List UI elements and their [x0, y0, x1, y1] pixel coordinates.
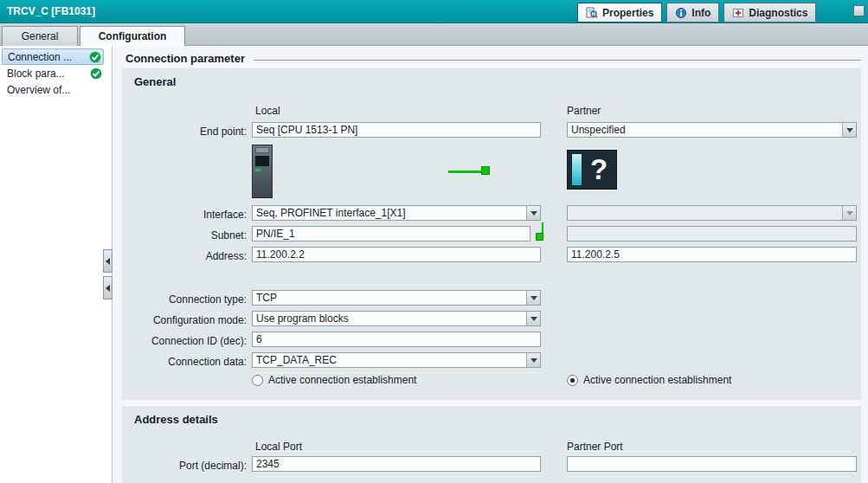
tab-info-label: Info	[691, 7, 710, 19]
unknown-device-question-mark: ?	[582, 151, 616, 188]
window-title: TRCV_C [FB1031]	[7, 5, 95, 17]
address-partner-input[interactable]	[567, 247, 857, 262]
address-local-input[interactable]	[252, 247, 541, 262]
radio-label: Active connection establishment	[268, 374, 416, 386]
tab-diagnostics-label: Diagnostics	[749, 7, 807, 19]
active-connection-local-radio[interactable]: Active connection establishment	[252, 373, 416, 387]
inspector-tab-bar: Properties Info Diagnostics	[577, 3, 816, 23]
radio-label: Active connection establishment	[583, 374, 731, 386]
heading-rule	[254, 60, 861, 61]
end-point-local-input[interactable]	[252, 122, 541, 138]
chevron-down-icon[interactable]	[526, 206, 540, 220]
section-address-details: Address details Local Port Partner Port …	[122, 406, 861, 483]
column-header-local: Local	[255, 105, 280, 117]
connection-line	[448, 171, 483, 173]
status-ok-icon	[90, 68, 102, 80]
info-icon	[675, 7, 687, 19]
main-panel: Connection parameter General Local Partn…	[113, 46, 868, 483]
interface-partner-dropdown[interactable]	[567, 205, 857, 221]
local-cpu-image	[252, 145, 273, 198]
connection-id-input[interactable]	[252, 332, 541, 347]
status-ok-icon	[89, 51, 101, 63]
connection-data-label: Connection data:	[122, 354, 247, 370]
sidebar: Connection ... Block para... Overview of…	[0, 46, 113, 483]
page-title-row: Connection parameter	[125, 52, 861, 65]
radio-icon	[252, 375, 263, 386]
section-title-address-details: Address details	[134, 413, 218, 426]
tab-general[interactable]: General	[2, 26, 78, 47]
cpu-led-detail	[255, 169, 260, 171]
section-general: General Local Partner End point: Unspeci…	[122, 68, 861, 400]
subnet-local-input[interactable]	[252, 226, 530, 242]
port-local-input[interactable]	[252, 456, 541, 472]
subnet-label: Subnet:	[122, 228, 247, 243]
chevron-down-icon[interactable]	[842, 206, 856, 220]
connection-node-icon	[481, 166, 490, 175]
address-label: Address:	[122, 248, 247, 264]
connection-data-dropdown[interactable]: TCP_DATA_REC	[252, 352, 541, 368]
subnet-partner-field[interactable]	[567, 226, 857, 242]
local-port-header: Local Port	[255, 441, 302, 453]
view-tab-bar: General Configuration	[0, 23, 868, 46]
connection-id-label: Connection ID (dec):	[122, 333, 247, 349]
tab-properties[interactable]: Properties	[577, 3, 662, 23]
connection-type-dropdown[interactable]: TCP	[252, 290, 541, 306]
titlebar: TRCV_C [FB1031] Properties Info	[0, 0, 868, 23]
sidebar-item-connection-parameter[interactable]: Connection ...	[2, 48, 104, 65]
chevron-down-icon[interactable]	[526, 312, 540, 325]
splitter-collapse-button-lower[interactable]	[103, 276, 113, 299]
configuration-pane: Connection ... Block para... Overview of…	[0, 46, 868, 483]
tab-info[interactable]: Info	[666, 3, 719, 23]
radio-icon	[567, 375, 578, 386]
interface-local-dropdown[interactable]: Seq, PROFINET interface_1[X1]	[252, 205, 541, 221]
sidebar-item-overview[interactable]: Overview of...	[2, 81, 104, 98]
chevron-down-icon[interactable]	[842, 123, 856, 137]
tab-properties-label: Properties	[602, 7, 653, 19]
cpu-display-detail	[255, 156, 269, 166]
chevron-down-icon[interactable]	[526, 353, 540, 367]
partner-device-image: ?	[567, 150, 617, 190]
connection-type-label: Connection type:	[122, 292, 247, 307]
section-title-general: General	[134, 75, 176, 88]
active-connection-partner-radio[interactable]: Active connection establishment	[567, 373, 731, 387]
sidebar-item-block-parameter[interactable]: Block para...	[2, 65, 104, 81]
port-partner-input[interactable]	[567, 456, 857, 472]
configuration-mode-label: Configuration mode:	[122, 312, 247, 328]
tab-configuration[interactable]: Configuration	[80, 26, 185, 47]
end-point-partner-dropdown[interactable]: Unspecified	[567, 122, 857, 138]
page-title: Connection parameter	[125, 52, 245, 65]
chevron-down-icon[interactable]	[526, 291, 540, 305]
properties-icon	[586, 7, 598, 19]
configuration-mode-dropdown[interactable]: Use program blocks	[252, 311, 541, 326]
partner-port-header: Partner Port	[567, 441, 623, 453]
splitter-collapse-button-upper[interactable]	[103, 249, 113, 273]
diagnostics-icon	[732, 7, 744, 19]
cpu-slot-detail	[255, 147, 269, 153]
port-label: Port (decimal):	[122, 458, 247, 473]
partner-device-bar	[572, 154, 582, 185]
column-header-partner: Partner	[567, 105, 601, 117]
end-point-label: End point:	[122, 124, 247, 139]
subnet-node-icon	[534, 222, 548, 242]
interface-label: Interface:	[122, 207, 247, 222]
tab-diagnostics[interactable]: Diagnostics	[723, 3, 816, 23]
panel-corner-icon[interactable]	[853, 5, 865, 16]
